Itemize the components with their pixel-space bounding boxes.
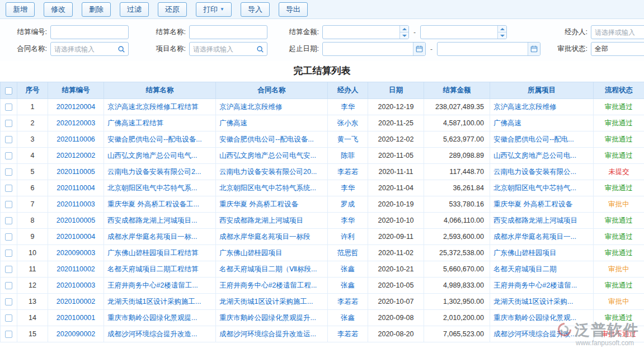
table-row[interactable]: 32020110006安徽合肥供电公司--配电设备...安徽合肥供电公司--配电… (1, 131, 644, 148)
cell-project[interactable]: 北京朝阳区电气中芯特气... (490, 180, 594, 196)
calendar-icon[interactable] (528, 43, 540, 55)
cell-handler[interactable]: 李华 (328, 180, 368, 196)
filter-button[interactable]: 过滤 (120, 2, 149, 17)
cell-contract-name[interactable]: 成都水岸华庭名苑项目一标段 (216, 229, 328, 245)
delete-button[interactable]: 删除 (82, 2, 111, 17)
row-checkbox[interactable] (5, 104, 12, 111)
restore-button[interactable]: 还原 (158, 2, 187, 17)
cell-project[interactable]: 安徽合肥供电公司--配电... (490, 131, 594, 148)
cell-settle-name[interactable]: 重庆市鹅岭公园绿化景观提... (104, 310, 216, 326)
row-checkbox[interactable] (5, 282, 12, 289)
date-end-input[interactable] (438, 43, 528, 55)
cell-contract-name[interactable]: 名都天府城项目二期（Ⅶ标段... (216, 261, 328, 278)
cell-contract-name[interactable]: 安徽合肥供电公司--配电设备... (216, 131, 328, 148)
cell-settle-name[interactable]: 安徽合肥供电公司--配电设备... (104, 131, 216, 148)
cell-settle-code[interactable]: 2020120002 (48, 148, 104, 164)
cell-handler[interactable]: 李若若 (328, 164, 368, 180)
cell-project[interactable]: 名都天府城项目二期 (490, 261, 594, 278)
calendar-icon[interactable] (413, 43, 425, 55)
cell-settle-name[interactable]: 重庆华夏 外高桥工程设备工... (104, 196, 216, 213)
row-checkbox[interactable] (5, 152, 12, 159)
cell-project[interactable]: 京沪高速北京段维修 (490, 99, 594, 115)
cell-settle-name[interactable]: 北京朝阳区电气中芯特气系... (104, 180, 216, 196)
row-checkbox[interactable] (5, 266, 12, 273)
cell-project[interactable]: 西安成都路龙湖上河城项目 (490, 213, 594, 229)
table-row[interactable]: 92020100004成都水岸华庭名苑项目一标...成都水岸华庭名苑项目一标段许… (1, 229, 644, 245)
cell-contract-name[interactable]: 云南电力设备安装有限公司20... (216, 164, 328, 180)
cell-project[interactable]: 成都水岸华庭名苑项目一... (490, 229, 594, 245)
cell-contract-name[interactable]: 北京朝阳区电气中芯特气系统... (216, 180, 328, 196)
cell-settle-code[interactable]: 2020100002 (48, 294, 104, 310)
cell-settle-code[interactable]: 2020110006 (48, 131, 104, 148)
contract-input[interactable] (51, 43, 115, 55)
table-row[interactable]: 132020100002龙湖天街城1区设计采购施工...龙湖天街城1区设计采购施… (1, 294, 644, 310)
cell-contract-name[interactable]: 京沪高速北京段维修 (216, 99, 328, 115)
handler-input[interactable] (591, 26, 644, 39)
row-checkbox[interactable] (5, 331, 12, 338)
table-row[interactable]: 82020100005西安成都路龙湖上河城项目...西安成都路龙湖上河城项目李华… (1, 213, 644, 229)
cell-contract-name[interactable]: 成都沙河环境综合提升改造运... (216, 326, 328, 342)
cell-settle-name[interactable]: 广东佛山碧桂园项目工程结算 (104, 245, 216, 261)
spinner-down-icon[interactable] (498, 32, 506, 39)
import-button[interactable]: 导入 (241, 2, 270, 17)
cell-settle-code[interactable]: 2020110004 (48, 180, 104, 196)
cell-handler[interactable]: 黄一飞 (328, 131, 368, 148)
cell-contract-name[interactable]: 重庆市鹅岭公园绿化景观提升... (216, 310, 328, 326)
cell-settle-name[interactable]: 成都沙河环境综合提升改造... (104, 326, 216, 342)
search-icon[interactable] (253, 43, 267, 55)
cell-contract-name[interactable]: 王府井商务中心#2楼遗留工程... (216, 278, 328, 294)
cell-project[interactable]: 成都沙河环境综合提升改... (490, 326, 594, 342)
cell-handler[interactable]: 张鑫 (328, 278, 368, 294)
cell-contract-name[interactable]: 广东佛山碧桂园项目 (216, 245, 328, 261)
cell-settle-code[interactable]: 2020100003 (48, 278, 104, 294)
spinner-down-icon[interactable] (400, 32, 408, 39)
table-row[interactable]: 12020120004京沪高速北京段维修工程结算京沪高速北京段维修李华2020-… (1, 99, 644, 115)
cell-settle-code[interactable]: 2020120004 (48, 99, 104, 115)
search-icon[interactable] (115, 43, 128, 55)
cell-settle-name[interactable]: 京沪高速北京段维修工程结算 (104, 99, 216, 115)
cell-handler[interactable]: 张小东 (328, 115, 368, 131)
cell-project[interactable]: 龙湖天街城1区设计采购... (490, 294, 594, 310)
cell-handler[interactable]: 许利 (328, 229, 368, 245)
cell-project[interactable]: 广佛高速 (490, 115, 594, 131)
cell-settle-code[interactable]: 2020100005 (48, 213, 104, 229)
date-end-picker[interactable] (437, 42, 540, 56)
cell-contract-name[interactable]: 重庆华夏 外高桥工程设备 (216, 196, 328, 213)
row-checkbox[interactable] (5, 201, 12, 208)
cell-project[interactable]: 重庆市鹅岭公园绿化景观... (490, 310, 594, 326)
cell-settle-code[interactable]: 2020100004 (48, 229, 104, 245)
table-row[interactable]: 142020100001重庆市鹅岭公园绿化景观提...重庆市鹅岭公园绿化景观提升… (1, 310, 644, 326)
cell-settle-name[interactable]: 广佛高速工程结算 (104, 115, 216, 131)
cell-project[interactable]: 王府井商务中心#2楼遗留... (490, 278, 594, 294)
select-all-checkbox[interactable] (5, 87, 12, 95)
date-start-input[interactable] (323, 43, 413, 55)
row-checkbox[interactable] (5, 185, 12, 192)
print-button[interactable]: 打印 ▼ (196, 2, 232, 17)
table-row[interactable]: 22020120003广佛高速工程结算广佛高速张小东2020-11-254,58… (1, 115, 644, 131)
cell-settle-code[interactable]: 2020090003 (48, 245, 104, 261)
handler-picker[interactable] (591, 25, 644, 39)
cell-handler[interactable]: 罗成 (328, 196, 368, 213)
cell-contract-name[interactable]: 西安成都路龙湖上河城项目 (216, 213, 328, 229)
cell-contract-name[interactable]: 广佛高速 (216, 115, 328, 131)
spinner-up-icon[interactable] (498, 26, 506, 32)
cell-handler[interactable]: 陈菲 (328, 148, 368, 164)
cell-project[interactable]: 广东佛山碧桂园项目 (490, 245, 594, 261)
row-checkbox[interactable] (5, 233, 12, 241)
spinner-up-icon[interactable] (400, 26, 408, 32)
cell-settle-name[interactable]: 云南电力设备安装有限公司2... (104, 164, 216, 180)
cell-settle-code[interactable]: 2020110003 (48, 196, 104, 213)
cell-settle-code[interactable]: 2020090002 (48, 326, 104, 342)
row-checkbox[interactable] (5, 217, 12, 224)
cell-settle-name[interactable]: 名都天府城项目二期工程结算 (104, 261, 216, 278)
cell-handler[interactable]: 张鑫 (328, 261, 368, 278)
amount-min-input[interactable] (323, 26, 399, 39)
cell-handler[interactable]: 范思哲 (328, 245, 368, 261)
cell-handler[interactable]: 李华 (328, 213, 368, 229)
cell-settle-name[interactable]: 王府井商务中心#2楼遗留工... (104, 278, 216, 294)
cell-contract-name[interactable]: 山西弘文房地产总公司电气安... (216, 148, 328, 164)
edit-button[interactable]: 修改 (44, 2, 73, 17)
cell-settle-name[interactable]: 西安成都路龙湖上河城项目... (104, 213, 216, 229)
amount-max-input[interactable] (421, 26, 497, 39)
cell-settle-name[interactable]: 山西弘文房地产总公司电气... (104, 148, 216, 164)
